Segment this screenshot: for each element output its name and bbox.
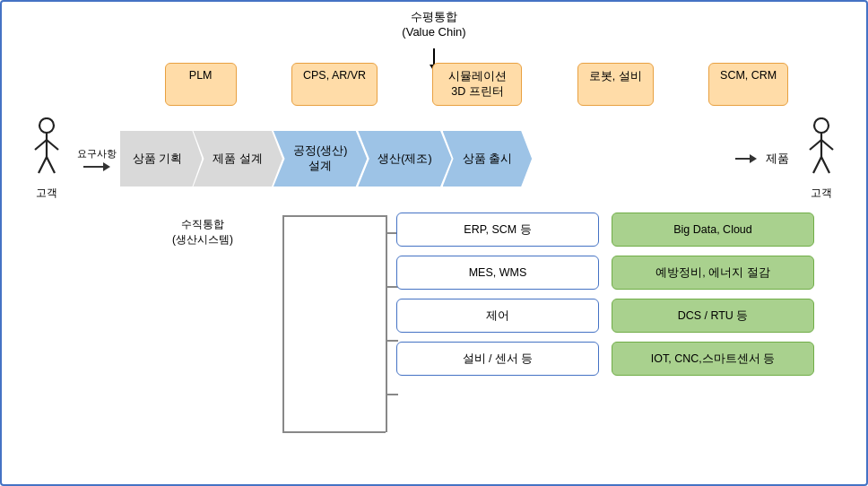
svg-point-0 xyxy=(39,118,54,133)
control-box: 제어 xyxy=(396,299,599,333)
svg-line-5 xyxy=(47,157,55,173)
svg-line-8 xyxy=(810,140,821,150)
svg-point-6 xyxy=(814,118,829,133)
maintenance-box: 예방정비, 에너지 절감 xyxy=(612,256,814,290)
svg-line-4 xyxy=(39,157,47,173)
svg-line-10 xyxy=(813,157,821,173)
left-person-icon xyxy=(28,117,65,182)
mes-box: MES, WMS xyxy=(396,256,599,290)
svg-line-11 xyxy=(821,157,829,173)
svg-line-3 xyxy=(47,140,58,150)
request-arrow xyxy=(83,162,110,171)
process-steps: 상품 기획 제품 설계 공정(생산) 설계 생산(제조) xyxy=(120,127,732,190)
bracket-h-bottom xyxy=(282,431,386,433)
bracket-v-left xyxy=(282,215,284,431)
right-customer: 고객 xyxy=(794,117,848,201)
svg-line-2 xyxy=(35,140,47,150)
step-planning: 상품 기획 xyxy=(120,131,202,187)
robot-box: 로봇, 설비 xyxy=(577,63,654,106)
product-label: 제품 xyxy=(766,151,789,167)
simulation-box: 시뮬레이션 3D 프린터 xyxy=(432,63,522,106)
step-process-design: 공정(생산) 설계 xyxy=(273,131,367,187)
bracket-vertical-line xyxy=(386,215,387,432)
right-customer-label: 고객 xyxy=(811,186,832,201)
left-customer: 고객 xyxy=(20,117,74,201)
main-diagram: 수평통합 (Value Chin) PLM CPS, AR/VR 시뮬레이션 3… xyxy=(0,0,868,486)
iot-box: IOT, CNC,스마트센서 등 xyxy=(612,342,814,376)
step-design: 제품 설계 xyxy=(193,131,282,187)
dcs-box: DCS / RTU 등 xyxy=(612,299,814,333)
step-launch: 상품 출시 xyxy=(443,131,532,187)
top-orange-boxes: PLM CPS, AR/VR 시뮬레이션 3D 프린터 로봇, 설비 SCM, … xyxy=(141,63,812,106)
request-label: 요구사항 xyxy=(77,147,117,161)
scm-box: SCM, CRM xyxy=(708,63,788,106)
right-person-icon xyxy=(803,117,840,182)
vertical-integration-label: 수직통합 (생산시스템) xyxy=(172,217,233,247)
process-row: 고객 요구사항 상품 기획 제품 설계 xyxy=(20,127,848,190)
erp-box: ERP, SCM 등 xyxy=(396,213,599,247)
tick-4 xyxy=(386,394,398,395)
svg-line-9 xyxy=(821,140,833,150)
left-customer-label: 고객 xyxy=(36,186,57,201)
bottom-boxes-grid: ERP, SCM 등 Big Data, Cloud MES, WMS 예방정비… xyxy=(396,213,814,376)
step-production: 생산(제조) xyxy=(358,131,451,187)
equipment-box: 설비 / 센서 등 xyxy=(396,342,599,376)
bracket-h-top xyxy=(282,215,386,217)
product-arrow xyxy=(735,154,757,163)
plm-box: PLM xyxy=(165,63,237,106)
cps-box: CPS, AR/VR xyxy=(291,63,378,106)
horizontal-integration-label: 수평통합 (Value Chin) xyxy=(402,9,465,39)
bigdata-box: Big Data, Cloud xyxy=(612,213,814,247)
